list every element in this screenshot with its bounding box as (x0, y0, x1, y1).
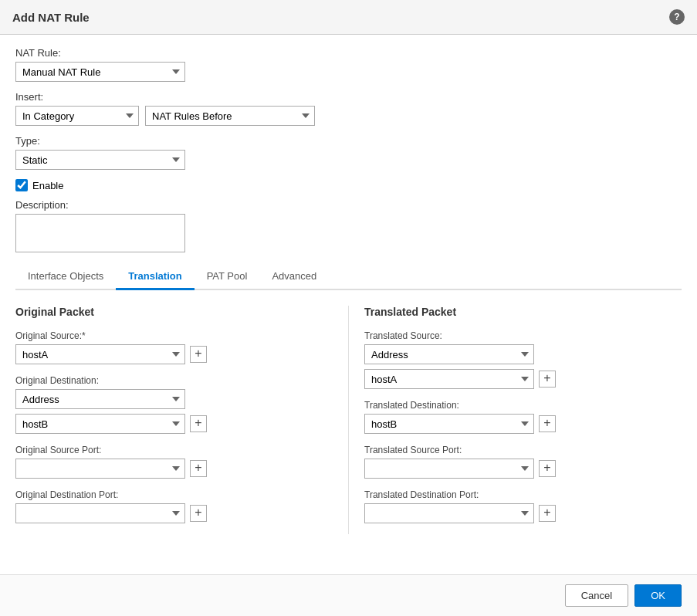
original-destination-label: Original Destination: (15, 375, 333, 386)
tab-pat-pool[interactable]: PAT Pool (195, 264, 260, 290)
translated-source-label: Translated Source: (364, 330, 682, 341)
original-source-add-button[interactable]: + (190, 346, 207, 363)
original-destination-add-button[interactable]: + (190, 415, 207, 432)
enable-label: Enable (32, 180, 63, 191)
add-nat-rule-dialog: Add NAT Rule ? NAT Rule: Manual NAT Rule… (0, 0, 697, 616)
original-source-port-group: Original Source Port: + (15, 445, 333, 479)
type-row: Type: Static (15, 135, 682, 170)
nat-rule-row: NAT Rule: Manual NAT Rule (15, 47, 682, 82)
dialog-title: Add NAT Rule (12, 11, 90, 24)
original-destination-type-select[interactable]: Address (15, 389, 185, 409)
translated-dest-port-group: Translated Destination Port: + (364, 489, 682, 523)
original-dest-port-row: + (15, 503, 333, 523)
original-dest-port-add-button[interactable]: + (190, 505, 207, 522)
translated-destination-select[interactable]: hostB (364, 414, 534, 434)
translated-destination-group: Translated Destination: hostB + (364, 400, 682, 434)
nat-before-select[interactable]: NAT Rules Before (145, 106, 315, 126)
type-label: Type: (15, 135, 682, 147)
translated-destination-add-button[interactable]: + (539, 415, 556, 432)
original-dest-port-label: Original Destination Port: (15, 489, 333, 500)
translated-source-port-select[interactable] (364, 459, 534, 479)
translated-dest-port-select[interactable] (364, 503, 534, 523)
dialog-footer: Cancel OK (0, 574, 697, 616)
tab-content: Original Packet Original Source:* hostA … (15, 290, 682, 550)
original-source-row: hostA + (15, 344, 333, 364)
original-dest-port-select[interactable] (15, 503, 185, 523)
translated-destination-row: hostB + (364, 414, 682, 434)
translated-source-port-add-button[interactable]: + (539, 460, 556, 477)
enable-checkbox[interactable] (15, 179, 28, 191)
dialog-header: Add NAT Rule ? (0, 0, 697, 35)
insert-select[interactable]: In Category (15, 106, 139, 126)
insert-row: Insert: In Category NAT Rules Before (15, 91, 682, 126)
tab-advanced[interactable]: Advanced (259, 264, 329, 290)
original-source-port-add-button[interactable]: + (190, 460, 207, 477)
original-destination-value-row: hostB + (15, 414, 333, 434)
nat-rule-select[interactable]: Manual NAT Rule (15, 62, 185, 82)
original-source-select[interactable]: hostA (15, 344, 185, 364)
description-label: Description: (15, 199, 682, 211)
description-input[interactable] (15, 214, 185, 252)
cancel-button[interactable]: Cancel (565, 584, 628, 607)
translated-source-port-group: Translated Source Port: + (364, 445, 682, 479)
original-source-port-label: Original Source Port: (15, 445, 333, 455)
original-destination-group: Original Destination: Address hostB + (15, 375, 333, 434)
original-source-group: Original Source:* hostA + (15, 330, 333, 364)
tab-translation[interactable]: Translation (116, 264, 194, 290)
translated-source-group: Translated Source: Address hostA + (364, 330, 682, 389)
original-source-label: Original Source:* (15, 330, 333, 341)
translated-destination-label: Translated Destination: (364, 400, 682, 411)
original-destination-select[interactable]: hostB (15, 414, 185, 434)
translated-source-port-label: Translated Source Port: (364, 445, 682, 455)
translated-source-type-select[interactable]: Address (364, 344, 534, 364)
translated-source-port-row: + (364, 459, 682, 479)
insert-inline: In Category NAT Rules Before (15, 106, 682, 126)
enable-row: Enable (15, 179, 682, 191)
translated-dest-port-row: + (364, 503, 682, 523)
translated-source-value-row: hostA + (364, 369, 682, 389)
original-packet-title: Original Packet (15, 306, 333, 318)
dialog-body: NAT Rule: Manual NAT Rule Insert: In Cat… (0, 35, 697, 574)
type-select[interactable]: Static (15, 150, 185, 170)
insert-label: Insert: (15, 91, 682, 103)
original-packet-section: Original Packet Original Source:* hostA … (15, 306, 348, 534)
help-icon[interactable]: ? (669, 9, 685, 25)
translated-dest-port-add-button[interactable]: + (539, 505, 556, 522)
original-source-port-row: + (15, 459, 333, 479)
translated-packet-title: Translated Packet (364, 306, 682, 318)
translated-source-select[interactable]: hostA (364, 369, 534, 389)
original-source-port-select[interactable] (15, 459, 185, 479)
ok-button[interactable]: OK (634, 584, 682, 607)
translated-source-add-button[interactable]: + (539, 371, 556, 388)
original-destination-type-row: Address (15, 389, 333, 409)
nat-rule-label: NAT Rule: (15, 47, 682, 59)
tabs-container: Interface Objects Translation PAT Pool A… (15, 264, 682, 290)
tab-interface-objects[interactable]: Interface Objects (15, 264, 116, 290)
translated-source-type-row: Address (364, 344, 682, 364)
description-row: Description: (15, 199, 682, 255)
translated-packet-section: Translated Packet Translated Source: Add… (348, 306, 682, 534)
translated-dest-port-label: Translated Destination Port: (364, 489, 682, 500)
original-dest-port-group: Original Destination Port: + (15, 489, 333, 523)
